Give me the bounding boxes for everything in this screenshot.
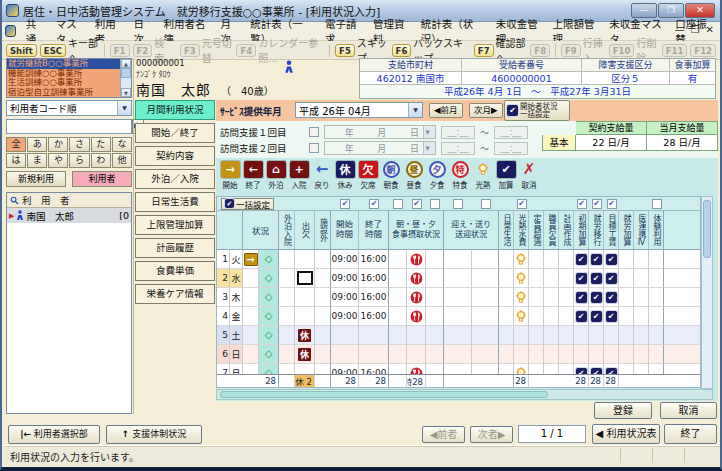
scroll-up-icon[interactable]: ▲ [121, 59, 131, 68]
office-item-3[interactable]: 宿泊型自立訓練事業所 [7, 88, 120, 98]
side-menu-item-3[interactable]: 外泊／入院 [135, 169, 215, 189]
grid-cell-addon-transfer[interactable]: ✔ [589, 364, 604, 374]
grid-cell-attendance[interactable]: 休 [295, 326, 315, 345]
grid-cell-stay[interactable] [279, 250, 295, 269]
grid-cell-utility[interactable] [514, 288, 529, 307]
visit-support-2-start-time[interactable]: __:__ [441, 142, 475, 155]
sort-order-dropdown[interactable]: 利用者コード順 ▼ [6, 100, 132, 116]
grid-cell-marker[interactable] [243, 326, 259, 345]
chevron-down-icon[interactable]: ▼ [423, 142, 435, 154]
grid-cell-addon-transfer[interactable]: ✔ [589, 307, 604, 326]
grid-cell-empty[interactable] [544, 269, 559, 288]
grid-cell-empty[interactable] [619, 250, 634, 269]
grid-cell-stay[interactable] [279, 326, 295, 345]
grid-cell-marker[interactable] [243, 307, 259, 326]
grid-cell-addon-initial[interactable]: ✔ [574, 364, 589, 374]
header-checkbox-end[interactable]: ✔ [369, 199, 379, 209]
user-filter-button[interactable]: 利用者 [72, 171, 132, 187]
kana-button-9[interactable]: ら [69, 153, 89, 168]
kana-button-7[interactable]: ま [27, 153, 47, 168]
grid-cell-breakfast[interactable] [389, 345, 407, 364]
usage-table-button[interactable]: ◀ 利用状況表 [592, 424, 660, 444]
stamp-戻り[interactable]: ←戻り [311, 160, 333, 190]
kana-button-10[interactable]: わ [91, 153, 111, 168]
mdi-minimize-button[interactable]: — [675, 24, 685, 35]
grid-cell-lunch[interactable] [407, 364, 426, 374]
start-status-batch-button[interactable]: ✔ 開始者状況一括設定 [504, 100, 570, 121]
scroll-down-icon[interactable]: ▼ [121, 88, 131, 97]
header-checkbox-target[interactable]: ✔ [607, 199, 617, 209]
kana-button-0[interactable]: 全 [6, 137, 26, 152]
grid-cell-stay[interactable] [279, 345, 295, 364]
grid-cell-dropoff[interactable] [472, 364, 499, 374]
cancel-button[interactable]: 取消 [660, 402, 717, 419]
grid-cell-breakfast[interactable] [389, 288, 407, 307]
grid-cell-offsite[interactable] [315, 364, 331, 374]
grid-cell-dropoff[interactable] [472, 345, 499, 364]
visit-support-2-end-time[interactable]: __:__ [494, 142, 528, 155]
grid-cell-addon-target[interactable] [604, 345, 619, 364]
grid-cell-empty[interactable] [529, 250, 544, 269]
grid-cell-attendance[interactable] [295, 269, 315, 288]
grid-cell-lunch[interactable] [407, 288, 426, 307]
grid-cell-empty[interactable] [619, 364, 634, 374]
prev-month-button[interactable]: ◀前月 [429, 103, 463, 118]
grid-cell-utility[interactable] [514, 364, 529, 374]
grid-cell-empty[interactable] [619, 326, 634, 345]
grid-cell-pickup[interactable] [444, 307, 472, 326]
grid-cell-breakfast[interactable] [389, 326, 407, 345]
grid-cell-day[interactable]: 4 [217, 307, 230, 326]
grid-cell-marker[interactable] [243, 364, 259, 374]
grid-cell-offsite[interactable] [315, 307, 331, 326]
grid-cell-attendance[interactable] [295, 307, 315, 326]
grid-cell-start-time[interactable] [331, 345, 359, 364]
kana-button-3[interactable]: さ [69, 137, 89, 152]
visit-support-1-date[interactable]: 年 月 日 ▼ [324, 125, 436, 139]
grid-cell-empty[interactable] [544, 345, 559, 364]
service-month-dropdown[interactable]: 平成 26年 04月 ▼ [295, 102, 423, 118]
side-menu-item-4[interactable]: 日常生活費 [135, 192, 215, 212]
side-menu-item-5[interactable]: 上限管理加算 [135, 215, 215, 235]
grid-cell-dropoff[interactable] [472, 307, 499, 326]
grid-cell-day[interactable]: 1 [217, 250, 230, 269]
grid-cell-dinner[interactable] [426, 326, 444, 345]
grid-cell-day[interactable]: 7 [217, 364, 230, 374]
grid-cell-weekday[interactable]: 金 [230, 307, 243, 326]
grid-cell-empty[interactable] [529, 345, 544, 364]
kana-button-5[interactable]: な [112, 137, 132, 152]
grid-cell-dropoff[interactable] [472, 288, 499, 307]
grid-cell-empty[interactable] [559, 269, 574, 288]
grid-cell-empty[interactable] [619, 307, 634, 326]
grid-cell-lunch[interactable] [407, 307, 426, 326]
grid-cell-weekday[interactable]: 火 [230, 250, 243, 269]
grid-cell-offsite[interactable] [315, 345, 331, 364]
grid-cell-empty[interactable] [619, 345, 634, 364]
fkey-f11[interactable]: F11 [662, 44, 688, 57]
header-checkbox-pickup[interactable] [453, 199, 463, 209]
grid-cell-breakfast[interactable] [389, 250, 407, 269]
grid-cell-empty[interactable] [619, 288, 634, 307]
header-checkbox-start[interactable]: ✔ [340, 199, 350, 209]
header-checkbox-evening[interactable] [430, 199, 440, 209]
user-select-section-button[interactable]: |← 利用者選択部 [8, 425, 100, 444]
grid-cell-addon-transfer[interactable]: ✔ [589, 269, 604, 288]
grid-cell-empty[interactable] [649, 288, 664, 307]
grid-cell-addon-target[interactable]: ✔ [604, 288, 619, 307]
grid-cell-daily-living[interactable] [499, 345, 514, 364]
grid-cell-daily-living[interactable] [499, 326, 514, 345]
kana-button-8[interactable]: や [48, 153, 68, 168]
grid-cell-empty[interactable] [634, 307, 649, 326]
stamp-開始[interactable]: →開始 [219, 160, 241, 190]
grid-cell-day[interactable]: 5 [217, 326, 230, 345]
grid-cell-status[interactable]: ◇ [259, 250, 279, 269]
register-button[interactable]: 登録 [594, 402, 652, 419]
grid-cell-lunch[interactable] [407, 250, 426, 269]
grid-cell-empty[interactable] [529, 288, 544, 307]
grid-cell-attendance[interactable]: 休 [295, 345, 315, 364]
grid-cell-addon-transfer[interactable] [589, 326, 604, 345]
grid-cell-addon-target[interactable]: ✔ [604, 269, 619, 288]
header-checkbox-noon[interactable]: ✔ [412, 199, 422, 209]
grid-cell-status[interactable]: ◇ [259, 326, 279, 345]
grid-cell-start-time[interactable] [331, 326, 359, 345]
grid-cell-empty[interactable] [544, 307, 559, 326]
